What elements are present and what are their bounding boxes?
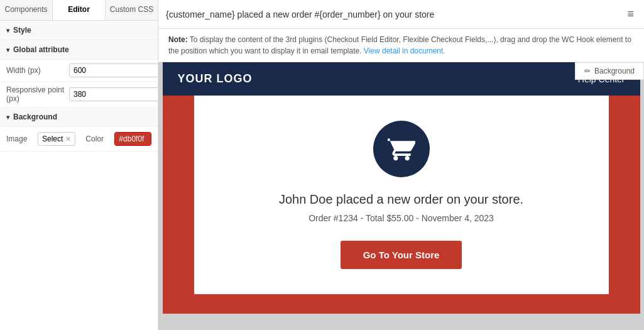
cart-icon (388, 135, 415, 163)
tab-components[interactable]: Components (0, 0, 53, 20)
style-section-header[interactable]: ▾ Style (0, 21, 158, 40)
style-section-label: Style (13, 26, 31, 35)
image-label: Image (6, 135, 31, 143)
notice-bold: Note: (168, 35, 188, 44)
pencil-icon: ✏ (584, 67, 591, 75)
order-title: John Doe placed a new order on your stor… (213, 192, 590, 207)
color-input-wrapper: ✕ (114, 132, 151, 146)
background-tab-label: Background (594, 67, 635, 75)
width-label: Width (px) (6, 66, 69, 75)
tab-bar: Components Editor Custom CSS (0, 0, 158, 21)
tab-custom-css[interactable]: Custom CSS (106, 0, 158, 20)
cta-button[interactable]: Go To Your Store (341, 241, 462, 269)
background-section-header[interactable]: ▾ Background (0, 107, 158, 127)
image-select-button[interactable]: Select ✕ (38, 132, 75, 146)
color-input[interactable] (115, 133, 151, 145)
email-body: John Doe placed a new order on your stor… (194, 96, 609, 294)
notice-link[interactable]: View detail in document. (364, 47, 445, 55)
email-logo: YOUR LOGO (178, 72, 253, 85)
global-attribute-label: Global attribute (13, 45, 69, 54)
global-attribute-section-header[interactable]: ▾ Global attribute (0, 40, 158, 60)
image-clear-icon[interactable]: ✕ (65, 135, 71, 143)
menu-icon[interactable]: ≡ (625, 5, 636, 23)
background-arrow-icon: ▾ (6, 114, 9, 121)
email-subject: {customer_name} placed a new order #{ord… (166, 9, 625, 19)
responsive-input[interactable] (69, 87, 158, 101)
width-input[interactable] (69, 63, 158, 77)
editor-header: {customer_name} placed a new order #{ord… (158, 0, 644, 29)
left-panel: Components Editor Custom CSS ▾ Style ▾ G… (0, 0, 158, 330)
notice-bar: Note: To display the content of the 3rd … (158, 29, 644, 62)
responsive-row: Responsive point (px) (0, 82, 158, 107)
background-row: Image Select ✕ Color ✕ (0, 127, 158, 151)
email-preview: YOUR LOGO Help Center John Doe placed a … (163, 62, 640, 314)
responsive-label: Responsive point (px) (6, 85, 69, 103)
cart-icon-circle (373, 121, 430, 177)
style-arrow-icon: ▾ (6, 27, 9, 34)
background-tab[interactable]: ✏ Background (575, 62, 644, 80)
order-detail: Order #1234 - Total $55.00 - November 4,… (213, 213, 590, 223)
background-section-label: Background (13, 113, 57, 121)
color-label: Color (85, 135, 108, 143)
right-panel: {customer_name} placed a new order #{ord… (158, 0, 644, 330)
select-label: Select (42, 135, 63, 143)
canvas-area: ✏ Background YOUR LOGO Help Center John … (158, 62, 644, 330)
global-arrow-icon: ▾ (6, 47, 9, 53)
email-header: YOUR LOGO Help Center (163, 62, 640, 96)
width-row: Width (px) (0, 60, 158, 82)
tab-editor[interactable]: Editor (53, 0, 106, 20)
